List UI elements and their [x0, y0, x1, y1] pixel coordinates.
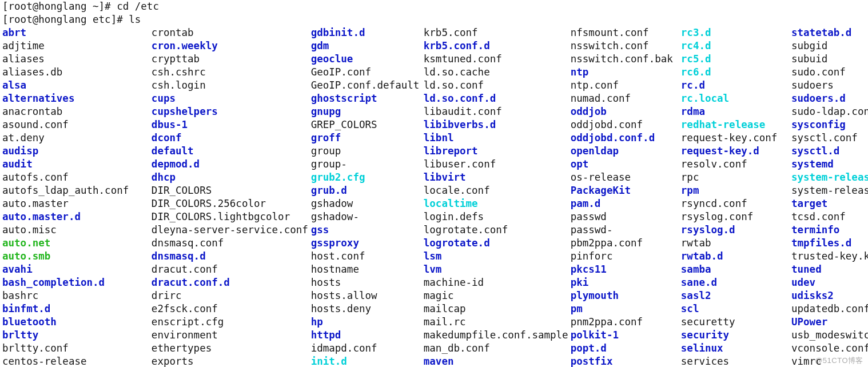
ls-entry: request-key.conf — [681, 131, 791, 145]
ls-entry: pki — [571, 276, 681, 289]
ls-entry: request-key.d — [681, 145, 791, 158]
ls-entry: rc5.d — [681, 53, 791, 66]
ls-entry: nfsmount.conf — [571, 26, 681, 39]
ls-entry: GeoIP.conf.default — [311, 79, 424, 92]
ls-entry: tmpfiles.d — [791, 237, 866, 250]
ls-entry: grub2.cfg — [311, 171, 424, 184]
ls-entry: sasl2 — [681, 289, 791, 302]
ls-entry: dnsmasq.d — [152, 250, 311, 263]
ls-column: rc3.drc4.drc5.drc6.drc.drc.localrdmaredh… — [681, 26, 791, 367]
ls-entry: rpm — [681, 184, 791, 197]
ls-entry: anacrontab — [2, 105, 152, 118]
ls-entry: libvirt — [424, 171, 571, 184]
ls-entry: rc.d — [681, 79, 791, 92]
ls-entry: abrt — [2, 26, 152, 39]
ls-entry: ld.so.conf — [424, 79, 571, 92]
ls-entry: udev — [791, 276, 866, 289]
ls-entry: gnupg — [311, 105, 424, 118]
ls-entry: udisks2 — [791, 289, 866, 302]
ls-entry: pm — [571, 302, 681, 316]
ls-entry: init.d — [311, 355, 424, 367]
ls-entry: aliases — [2, 53, 152, 66]
ls-entry: hosts.allow — [311, 289, 424, 302]
ls-entry: plymouth — [571, 289, 681, 302]
ls-entry: opt — [571, 158, 681, 171]
ls-entry: auto.misc — [2, 224, 152, 237]
ls-entry: GeoIP.conf — [311, 66, 424, 79]
ls-entry: securetty — [681, 316, 791, 329]
ls-entry: avahi — [2, 263, 152, 276]
ls-column: gdbinit.dgdmgeoclueGeoIP.confGeoIP.conf.… — [311, 26, 424, 367]
ls-entry: ksmtuned.conf — [424, 53, 571, 66]
ls-entry: statetab.d — [791, 26, 866, 39]
ls-entry: at.deny — [2, 131, 152, 145]
ls-entry: geoclue — [311, 53, 424, 66]
ls-entry: sudo-ldap.conf — [791, 105, 866, 118]
ls-entry: resolv.conf — [681, 158, 791, 171]
ls-entry: libaudit.conf — [424, 105, 571, 118]
ls-entry: alsa — [2, 79, 152, 92]
ls-entry: subuid — [791, 53, 866, 66]
ls-entry: cups — [152, 92, 311, 105]
ls-entry: group- — [311, 158, 424, 171]
ls-entry: mail.rc — [424, 316, 571, 329]
ls-entry: updatedb.conf — [791, 302, 866, 316]
ls-entry: libibverbs.d — [424, 118, 571, 131]
ls-entry: gdbinit.d — [311, 26, 424, 39]
ls-entry: httpd — [311, 329, 424, 342]
ls-entry: alternatives — [2, 92, 152, 105]
ls-entry: pbm2ppa.conf — [571, 237, 681, 250]
ls-entry: sysctl.conf — [791, 131, 866, 145]
ls-entry: exports — [152, 355, 311, 367]
ls-entry: bashrc — [2, 289, 152, 302]
ls-entry: logrotate.conf — [424, 224, 571, 237]
ls-entry: groff — [311, 131, 424, 145]
ls-entry: binfmt.d — [2, 302, 152, 316]
ls-entry: os-release — [571, 171, 681, 184]
ls-entry: host.conf — [311, 250, 424, 263]
ls-entry: man_db.conf — [424, 342, 571, 355]
ls-entry: magic — [424, 289, 571, 302]
ls-column: crontabcron.weeklycrypttabcsh.cshrccsh.l… — [152, 26, 311, 367]
ls-entry: e2fsck.conf — [152, 302, 311, 316]
ls-entry: audit — [2, 158, 152, 171]
ls-entry: subgid — [791, 39, 866, 53]
ls-entry: nsswitch.conf — [571, 39, 681, 53]
ls-entry: krb5.conf.d — [424, 39, 571, 53]
ls-entry: ghostscript — [311, 92, 424, 105]
ls-column: statetab.dsubgidsubuidsudo.confsudoerssu… — [791, 26, 866, 367]
ls-entry: rdma — [681, 105, 791, 118]
ls-entry: dnsmasq.conf — [152, 237, 311, 250]
ls-entry: trusted-key.key — [791, 250, 866, 263]
ls-entry: locale.conf — [424, 184, 571, 197]
ls-entry: rc3.d — [681, 26, 791, 39]
ls-entry: brltty — [2, 329, 152, 342]
ls-entry: rpc — [681, 171, 791, 184]
ls-entry: crontab — [152, 26, 311, 39]
ls-entry: UPower — [791, 316, 866, 329]
ls-output: abrtadjtimealiasesaliases.dbalsaalternat… — [2, 26, 866, 367]
ls-entry: gssproxy — [311, 237, 424, 250]
ls-entry: idmapd.conf — [311, 342, 424, 355]
ls-entry: login.defs — [424, 210, 571, 224]
ls-entry: pnm2ppa.conf — [571, 316, 681, 329]
ls-column: nfsmount.confnsswitch.confnsswitch.conf.… — [571, 26, 681, 367]
ls-entry: system-release — [791, 171, 866, 184]
ls-entry: passwd — [571, 210, 681, 224]
prompt-line-2: [root@honglang etc]# ls — [2, 13, 866, 26]
ls-entry: postfix — [571, 355, 681, 367]
terminal[interactable]: [root@honglang ~]# cd /etc [root@honglan… — [0, 0, 868, 367]
ls-entry: rwtab.d — [681, 250, 791, 263]
ls-entry: bash_completion.d — [2, 276, 152, 289]
ls-entry: nsswitch.conf.bak — [571, 53, 681, 66]
ls-entry: openldap — [571, 145, 681, 158]
ls-entry: scl — [681, 302, 791, 316]
ls-entry: ntp.conf — [571, 79, 681, 92]
ls-entry: csh.cshrc — [152, 66, 311, 79]
ls-entry: brltty.conf — [2, 342, 152, 355]
ls-entry: sysctl.d — [791, 145, 866, 158]
ls-entry: mailcap — [424, 302, 571, 316]
ls-entry: sysconfig — [791, 118, 866, 131]
ls-entry: asound.conf — [2, 118, 152, 131]
ls-entry: depmod.d — [152, 158, 311, 171]
